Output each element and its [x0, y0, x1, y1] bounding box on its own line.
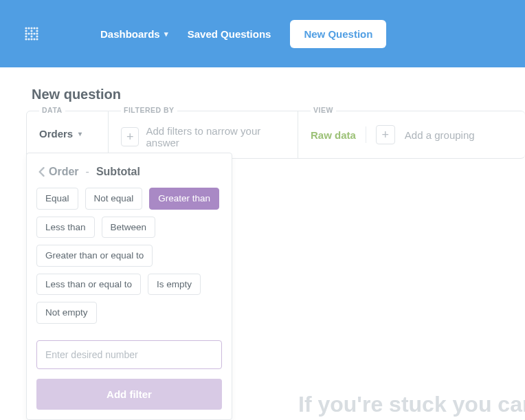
add-grouping-plus-button[interactable]: +	[376, 125, 395, 144]
nav-saved-questions-label: Saved Questions	[188, 28, 271, 40]
operator-chip[interactable]: Not empty	[36, 302, 97, 324]
operator-chip[interactable]: Greater than or equal to	[36, 245, 153, 267]
svg-point-6	[30, 30, 32, 32]
data-table-picker[interactable]: Orders ▾	[39, 128, 98, 140]
svg-point-2	[30, 27, 32, 29]
view-section-label: VIEW	[311, 106, 336, 114]
empty-state-headline: If you're stuck you can alw	[298, 386, 525, 420]
svg-point-20	[36, 38, 38, 40]
plus-icon: +	[126, 131, 134, 143]
svg-point-8	[25, 32, 27, 34]
grouping-hint: Add a grouping	[405, 129, 475, 141]
breadcrumb-field: Subtotal	[96, 166, 140, 178]
svg-point-10	[30, 32, 32, 34]
query-builder-bar: DATA Orders ▾ FILTERED BY + Add filters …	[26, 111, 525, 159]
page-title: New question	[32, 87, 525, 102]
svg-point-1	[27, 27, 30, 29]
operator-chip[interactable]: Is empty	[148, 274, 201, 296]
nav-dashboards-label: Dashboards	[100, 28, 160, 40]
data-section: DATA Orders ▾	[26, 111, 109, 159]
svg-point-5	[25, 30, 27, 32]
operator-chip[interactable]: Less than	[36, 217, 95, 239]
svg-point-7	[36, 30, 38, 32]
add-filter-button-label: Add filter	[107, 388, 152, 400]
back-button[interactable]	[38, 167, 45, 177]
filter-value-input[interactable]	[36, 340, 222, 369]
svg-point-17	[27, 38, 30, 40]
svg-point-14	[30, 35, 32, 37]
add-filter-plus-button[interactable]: +	[121, 127, 139, 146]
operator-list: EqualNot equalGreater thanLess thanBetwe…	[36, 188, 222, 324]
svg-point-19	[33, 38, 35, 40]
svg-point-11	[33, 32, 35, 34]
operator-chip[interactable]: Greater than	[149, 188, 219, 210]
filter-section-label: FILTERED BY	[121, 106, 177, 114]
filter-hint: Add filters to narrow your answer	[146, 125, 288, 148]
chevron-down-icon: ▾	[164, 30, 168, 38]
breadcrumb-parent[interactable]: Order	[49, 166, 79, 178]
operator-chip[interactable]: Between	[102, 217, 156, 239]
view-section: VIEW Raw data + Add a grouping	[298, 111, 525, 159]
svg-point-13	[25, 35, 27, 37]
operator-chip[interactable]: Equal	[36, 188, 78, 210]
new-question-button[interactable]: New Question	[290, 20, 386, 48]
nav-saved-questions[interactable]: Saved Questions	[188, 28, 271, 40]
breadcrumb-separator: -	[86, 166, 89, 178]
nav-dashboards[interactable]: Dashboards ▾	[100, 28, 168, 40]
view-raw-data[interactable]: Raw data	[311, 129, 356, 141]
operator-chip[interactable]: Not equal	[85, 188, 143, 210]
add-filter-button[interactable]: Add filter	[36, 379, 222, 410]
operator-chip[interactable]: Less than or equal to	[36, 274, 141, 296]
new-question-button-label: New Question	[304, 28, 372, 40]
svg-point-18	[30, 38, 32, 40]
chevron-left-icon	[38, 167, 45, 177]
plus-icon: +	[382, 129, 390, 141]
svg-point-0	[25, 27, 27, 29]
svg-point-4	[36, 27, 38, 29]
svg-point-3	[33, 27, 35, 29]
svg-point-12	[36, 32, 38, 34]
popover-breadcrumb: Order - Subtotal	[38, 166, 222, 178]
svg-point-16	[25, 38, 27, 40]
svg-point-15	[36, 35, 38, 37]
app-logo	[22, 24, 41, 43]
data-section-label: DATA	[39, 106, 65, 114]
filter-popover: Order - Subtotal EqualNot equalGreater t…	[26, 153, 232, 420]
svg-point-9	[27, 32, 30, 34]
data-table-value: Orders	[39, 128, 73, 140]
app-header: Dashboards ▾ Saved Questions New Questio…	[0, 0, 525, 67]
divider	[366, 126, 366, 143]
chevron-down-icon: ▾	[78, 130, 82, 137]
filter-section: FILTERED BY + Add filters to narrow your…	[109, 111, 298, 159]
